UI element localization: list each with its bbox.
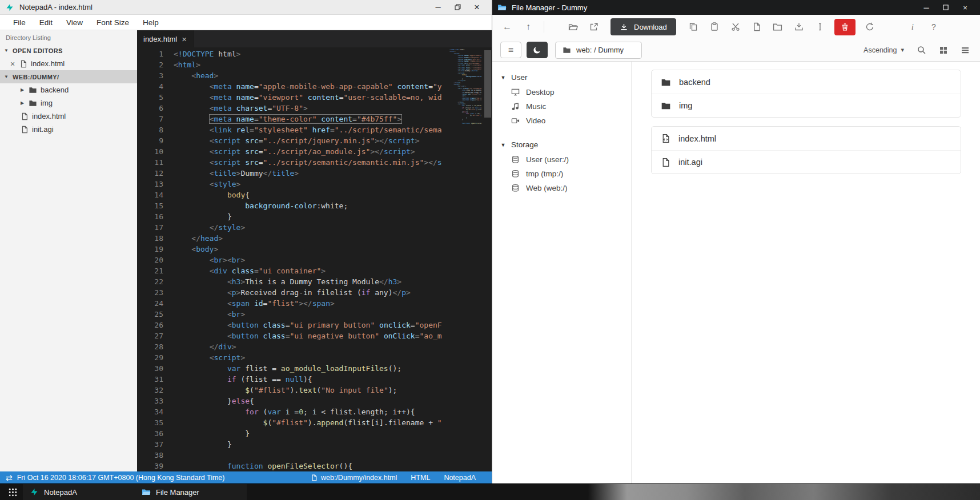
- sidebar-section-user[interactable]: ▼ User: [500, 70, 631, 85]
- delete-button[interactable]: [834, 19, 856, 35]
- close-button[interactable]: ×: [467, 0, 487, 15]
- code-line[interactable]: </head>: [174, 233, 442, 244]
- tab-close-icon[interactable]: ×: [182, 34, 187, 44]
- code-line[interactable]: <meta charset="UTF-8">: [174, 103, 442, 114]
- minimize-button[interactable]: ─: [428, 0, 448, 15]
- file-row-index-html[interactable]: index.html: [652, 127, 961, 150]
- code-line[interactable]: <script src="../script/ao_module.js"></s…: [174, 146, 442, 157]
- code-line[interactable]: <body>: [174, 244, 442, 255]
- taskbar-item-file-manager[interactable]: File Manager: [135, 484, 247, 500]
- rename-button[interactable]: [813, 19, 827, 34]
- code-line[interactable]: <meta name="viewport" content="user-scal…: [174, 92, 442, 103]
- menu-file[interactable]: File: [7, 16, 32, 29]
- tree-file-init-agi[interactable]: init.agi: [0, 123, 137, 136]
- open-editor-item[interactable]: × index.html: [0, 57, 137, 70]
- tree-folder-img[interactable]: ▶ img: [0, 96, 137, 110]
- copy-button[interactable]: [686, 19, 700, 34]
- file-row-init-agi[interactable]: init.agi: [652, 150, 961, 174]
- sidebar-item-tmp-drive[interactable]: tmp (tmp:/): [500, 167, 631, 181]
- menu-font-size[interactable]: Font Size: [90, 16, 135, 29]
- sidebar-item-web-drive[interactable]: Web (web:/): [500, 181, 631, 195]
- sidebar-item-desktop[interactable]: Desktop: [500, 85, 631, 99]
- menu-help[interactable]: Help: [136, 16, 165, 29]
- code-line[interactable]: <meta name="theme-color" content="#4b75f…: [174, 114, 442, 124]
- refresh-button[interactable]: [863, 19, 877, 34]
- close-button[interactable]: ×: [955, 0, 975, 15]
- menu-view[interactable]: View: [60, 16, 89, 29]
- workspace-section[interactable]: ▼ WEB:/DUMMY/: [0, 70, 137, 83]
- code-line[interactable]: <script src="../script/jquery.min.js"></…: [174, 135, 442, 146]
- sidebar-item-music[interactable]: Music: [500, 99, 631, 114]
- code-line[interactable]: body{: [174, 189, 442, 200]
- code-line[interactable]: background-color:white;: [174, 200, 442, 211]
- sidebar-item-video[interactable]: Video: [500, 114, 631, 128]
- code-line[interactable]: }: [174, 428, 442, 439]
- file-row-backend[interactable]: backend: [652, 70, 961, 94]
- menu-edit[interactable]: Edit: [33, 16, 59, 29]
- code-line[interactable]: </div>: [174, 341, 442, 352]
- code-line[interactable]: for (var i =0; i < flist.length; i++){: [174, 406, 442, 417]
- taskbar-item-notepada[interactable]: NotepadA: [23, 484, 135, 500]
- code-line[interactable]: [174, 450, 442, 461]
- code-line[interactable]: $("#flist").text("No input file");: [174, 385, 442, 396]
- upload-button[interactable]: [792, 19, 806, 34]
- code-line[interactable]: $("#flist").append(flist[i].filename + "…: [174, 417, 442, 428]
- editor-scrollbar[interactable]: [484, 47, 492, 471]
- code-line[interactable]: <html>: [174, 59, 442, 70]
- code-line[interactable]: <h3>This is a Dummy Testing Module</h3>: [174, 276, 442, 287]
- maximize-button[interactable]: [936, 0, 955, 15]
- search-button[interactable]: [917, 45, 926, 55]
- list-view-button[interactable]: [961, 46, 970, 55]
- code-line[interactable]: }: [174, 439, 442, 450]
- code-line[interactable]: <p>Received drag-in filelist (if any)</p…: [174, 287, 442, 298]
- code-line[interactable]: <br><br>: [174, 255, 442, 265]
- code-line[interactable]: <div class="ui container">: [174, 265, 442, 276]
- paste-button[interactable]: [708, 19, 721, 34]
- open-new-window-button[interactable]: [587, 19, 601, 34]
- new-folder-button[interactable]: [771, 19, 785, 34]
- code-line[interactable]: <span id="flist"></span>: [174, 298, 442, 309]
- code-line[interactable]: function openFileSelector(){: [174, 461, 442, 471]
- code-line[interactable]: <br>: [174, 309, 442, 320]
- scrollbar-thumb[interactable]: [484, 50, 491, 118]
- code-line[interactable]: <head>: [174, 70, 442, 81]
- code-line[interactable]: </style>: [174, 222, 442, 233]
- tree-folder-backend[interactable]: ▶ backend: [0, 83, 137, 96]
- code-line[interactable]: }else{: [174, 396, 442, 406]
- sidebar-item-user-drive[interactable]: User (user:/): [500, 152, 631, 167]
- code-line[interactable]: <!DOCTYPE html>: [174, 49, 442, 59]
- up-button[interactable]: ↑: [521, 19, 535, 34]
- minimap[interactable]: <!DOCTYPE html><html> <head> <meta name=…: [449, 49, 481, 124]
- new-file-button[interactable]: [750, 19, 764, 34]
- code-line[interactable]: <title>Dummy</title>: [174, 168, 442, 179]
- code-line[interactable]: <button class="ui negative button" onCli…: [174, 330, 442, 341]
- code-line[interactable]: var flist = ao_module_loadInputFiles();: [174, 363, 442, 374]
- code-line[interactable]: <style>: [174, 179, 442, 189]
- tree-file-index-html[interactable]: index.html: [0, 110, 137, 123]
- file-manager-titlebar[interactable]: File Manager - Dummy ─ ×: [492, 0, 980, 15]
- code-line[interactable]: }: [174, 211, 442, 222]
- code-line[interactable]: <button class="ui primary button" onclic…: [174, 320, 442, 330]
- download-button[interactable]: Download: [611, 18, 676, 35]
- grid-view-button[interactable]: [939, 46, 948, 55]
- code-line[interactable]: <link rel="stylesheet" href="../script/s…: [174, 124, 442, 135]
- close-editor-icon[interactable]: ×: [9, 59, 16, 68]
- cut-button[interactable]: [729, 19, 742, 34]
- info-button[interactable]: i: [906, 19, 919, 34]
- back-button[interactable]: ←: [500, 19, 514, 34]
- file-row-img[interactable]: img: [652, 94, 961, 117]
- menu-button[interactable]: ≡: [500, 42, 521, 58]
- tab-index-html[interactable]: index.html ×: [137, 30, 194, 47]
- code-line[interactable]: <script src="../script/semantic/semantic…: [174, 157, 442, 168]
- sort-order-dropdown[interactable]: Ascending ▾: [863, 46, 904, 54]
- restore-button[interactable]: [448, 0, 467, 15]
- open-button[interactable]: [566, 19, 580, 34]
- code-line[interactable]: <script>: [174, 352, 442, 363]
- path-breadcrumb[interactable]: web: / Dummy: [555, 42, 642, 59]
- code-line[interactable]: <meta name="apple-mobile-web-app-capable…: [174, 81, 442, 92]
- open-editors-section[interactable]: ▼ OPEN EDITORS: [0, 44, 137, 57]
- app-launcher-button[interactable]: [2, 484, 23, 500]
- notepada-titlebar[interactable]: NotepadA - index.html ─ ×: [0, 0, 492, 15]
- code-line[interactable]: if (flist == null){: [174, 374, 442, 385]
- sidebar-section-storage[interactable]: ▼ Storage: [500, 137, 631, 152]
